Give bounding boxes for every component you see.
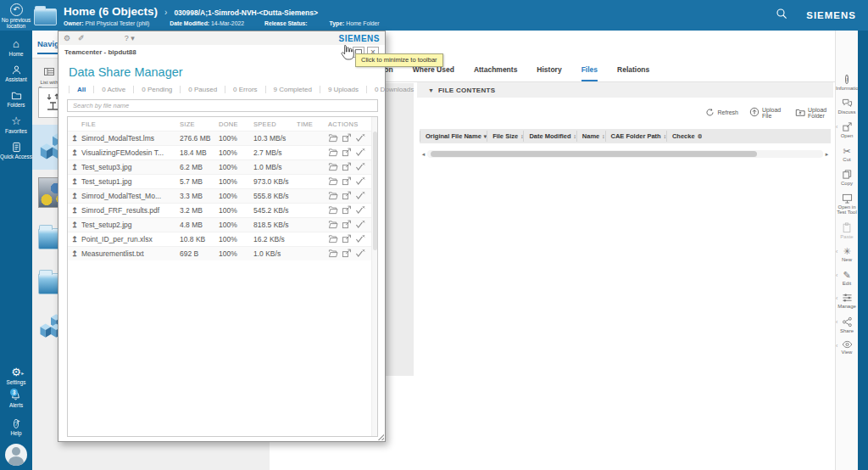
sort-indicator[interactable]: ⚙ <box>698 131 703 142</box>
filter-tab[interactable]: 0 Downloads <box>366 86 421 93</box>
user-avatar[interactable] <box>5 444 27 466</box>
scroll-right-icon[interactable]: ▸ <box>823 151 831 158</box>
upload-file-button[interactable]: Upload File <box>749 105 784 120</box>
transfer-row[interactable]: ↥ Simrod_ModalTest.lms 276.6 MB 100% 10.… <box>68 131 377 145</box>
file-name: Simrod_ModalTest_Mo... <box>81 192 180 200</box>
file-table-column[interactable]: Name ↕ <box>576 131 605 142</box>
command-edit[interactable]: ‹ ✎ Edit <box>836 270 858 287</box>
clipboard-icon <box>836 222 858 233</box>
clear-entry-icon[interactable] <box>355 191 365 202</box>
sidebar-item-quick-access[interactable]: Quick Access <box>0 142 32 159</box>
sidebar-item-alerts[interactable]: 3 Alerts <box>9 391 23 408</box>
upload-arrow-icon: ↥ <box>68 134 81 143</box>
open-containing-folder-icon[interactable] <box>328 148 338 159</box>
filter-tab[interactable]: 9 Uploads <box>320 86 366 93</box>
clear-entry-icon[interactable] <box>355 234 365 245</box>
transfer-row[interactable]: ↥ Point_ID_per_run.xlsx 10.8 KB 100% 16.… <box>68 232 377 246</box>
back-nav[interactable]: ↶ No previous location <box>0 3 32 29</box>
open-containing-folder-icon[interactable] <box>328 220 338 231</box>
transfer-row[interactable]: ↥ Measurementlist.txt 692 B 100% 1.0 KB/… <box>68 246 377 260</box>
folders-icon <box>0 90 32 101</box>
open-containing-folder-icon[interactable] <box>328 176 338 187</box>
filter-tab[interactable]: 0 Errors <box>225 86 264 93</box>
transfer-row[interactable]: ↥ Test_setup1.jpg 5.7 MB 100% 973.0 KB/s <box>68 174 377 188</box>
help-menu[interactable]: ? ▾ <box>125 34 135 42</box>
clear-entry-icon[interactable] <box>355 205 365 216</box>
open-location-icon[interactable] <box>342 133 352 144</box>
clear-entry-icon[interactable] <box>355 148 365 159</box>
scrollbar-thumb[interactable] <box>373 131 377 250</box>
filter-tab[interactable]: All <box>69 86 93 93</box>
command-discuss[interactable]: Discuss <box>836 98 858 115</box>
file-contents-section-header[interactable]: ▼ FILE CONTENTS <box>417 82 833 98</box>
hand-cursor <box>340 44 354 64</box>
scrollbar-track[interactable] <box>427 150 823 158</box>
transfer-speed: 16.2 KB/s <box>253 235 297 243</box>
transfer-row[interactable]: ↥ Test_setup3.jpg 6.2 MB 100% 1.0 MB/s <box>68 159 377 174</box>
sidebar-item-assistant[interactable]: Assistant <box>0 64 32 82</box>
open-location-icon[interactable] <box>342 205 352 216</box>
done-percent: 100% <box>219 235 253 243</box>
upload-arrow-icon: ↥ <box>68 235 81 243</box>
open-location-icon[interactable] <box>342 234 352 245</box>
clear-entry-icon[interactable] <box>355 249 365 260</box>
filter-tab[interactable]: 0 Pending <box>133 86 180 93</box>
pencil-icon: ✎ <box>836 270 858 280</box>
open-containing-folder-icon[interactable] <box>328 234 338 245</box>
open-location-icon[interactable] <box>342 176 352 187</box>
clear-entry-icon[interactable] <box>355 176 365 187</box>
transfer-row[interactable]: ↥ Simrod_ModalTest_Mo... 3.3 MB 100% 555… <box>68 188 377 203</box>
file-search-input[interactable] <box>67 99 378 112</box>
clear-entry-icon[interactable] <box>355 133 365 144</box>
open-location-icon[interactable] <box>342 148 352 159</box>
vertical-scrollbar[interactable] <box>371 117 377 436</box>
refresh-button[interactable]: Refresh <box>705 105 738 120</box>
breadcrumb-chevron-icon: › <box>164 8 167 17</box>
tools-icon[interactable]: ✐ <box>78 34 85 42</box>
open-containing-folder-icon[interactable] <box>328 249 338 260</box>
breadcrumb[interactable]: 030998/A;1-Simrod-NVH-<Dutta-Siemens> <box>174 8 318 17</box>
file-table-column[interactable]: CAE Folder Path ↕ <box>605 131 666 142</box>
open-location-icon[interactable] <box>342 191 352 202</box>
open-location-icon[interactable] <box>342 249 352 260</box>
sidebar-item-help[interactable]: ? ▸ Help <box>11 414 22 436</box>
scrollbar-thumb[interactable] <box>431 151 757 157</box>
open-location-icon[interactable] <box>342 162 352 173</box>
file-table-column[interactable]: File Size ↕ <box>487 131 523 142</box>
command-copy[interactable]: Copy <box>836 169 858 187</box>
transfer-row[interactable]: ↥ Simrod_FRF_results.pdf 3.2 MB 100% 545… <box>68 203 377 217</box>
upload-folder-button[interactable]: Upload Folder <box>795 105 830 120</box>
scroll-left-icon[interactable]: ◂ <box>420 151 427 158</box>
transfer-row[interactable]: ↥ VisualizingFEModesin T... 18.4 MB 100%… <box>68 145 377 159</box>
command-information[interactable]: i Information <box>836 70 858 92</box>
file-table-column[interactable]: Checke ⚙ <box>666 131 703 142</box>
open-location-icon[interactable] <box>342 220 352 231</box>
clear-entry-icon[interactable] <box>355 220 365 231</box>
open-containing-folder-icon[interactable] <box>328 191 338 202</box>
filter-tab[interactable]: 9 Completed <box>265 86 320 93</box>
open-containing-folder-icon[interactable] <box>328 133 338 144</box>
command-share[interactable]: ‹ Share <box>836 316 858 334</box>
horizontal-scrollbar[interactable]: ◂ ▸ <box>420 149 831 159</box>
command-view[interactable]: ‹ View <box>836 340 858 355</box>
command-open[interactable]: ‹ Open <box>836 121 858 139</box>
sidebar-item-favorites[interactable]: ☆ Favorites <box>0 115 32 134</box>
filter-tab[interactable]: 0 Active <box>93 86 133 93</box>
sidebar-item-folders[interactable]: Folders <box>0 90 32 108</box>
open-containing-folder-icon[interactable] <box>328 205 338 216</box>
open-containing-folder-icon[interactable] <box>328 162 338 173</box>
transfer-row[interactable]: ↥ Test_setup2.jpg 4.8 MB 100% 818.5 KB/s <box>68 217 377 232</box>
clear-entry-icon[interactable] <box>355 162 365 173</box>
sidebar-item-settings[interactable]: ⚙ ▸ Settings <box>7 366 26 385</box>
command-paste[interactable]: Paste <box>836 222 858 240</box>
command-new[interactable]: ‹ ✳ New <box>836 246 858 263</box>
file-table-column[interactable]: Original File Name ▾ <box>420 131 487 142</box>
sidebar-item-home[interactable]: ⌂ Home <box>0 38 32 57</box>
command-manage[interactable]: ‹ Manage <box>836 293 858 310</box>
search-icon[interactable] <box>776 8 787 23</box>
command-cut[interactable]: ✂ Cut <box>836 146 858 163</box>
file-table-column[interactable]: Date Modified ↕ <box>523 131 576 142</box>
filter-tab[interactable]: 0 Paused <box>180 86 225 93</box>
command-open-in-test-tool[interactable]: Open in Test Tool <box>836 193 858 215</box>
gear-icon[interactable]: ⚙ <box>64 34 70 42</box>
